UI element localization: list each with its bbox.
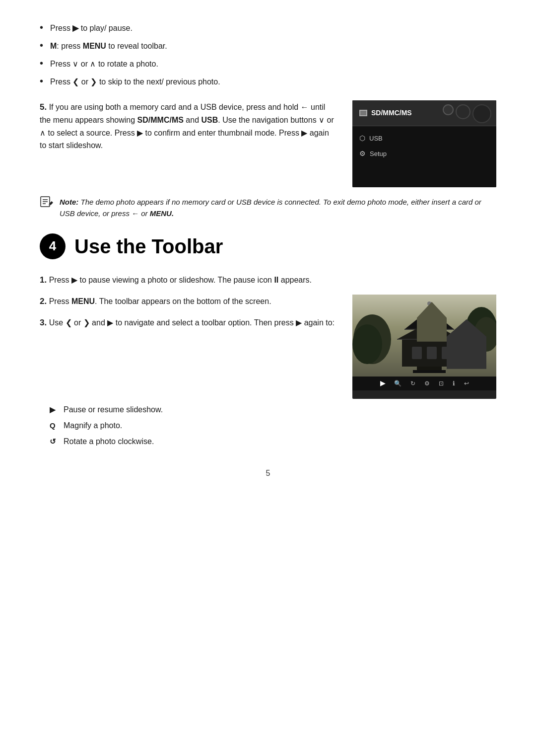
magnify-icon: Q [50, 420, 64, 432]
photo-toolbar: ▶ 🔍 ↻ ⚙ ⊡ ℹ ↩ [352, 377, 496, 390]
svg-rect-18 [442, 347, 452, 359]
page-number-value: 5 [266, 469, 270, 477]
sub-bullet-magnify: Q Magnify a photo. [50, 420, 496, 432]
note-block: Note: The demo photo appears if no memor… [40, 196, 496, 220]
svg-rect-16 [412, 347, 422, 359]
setup-icon: ⚙ [359, 149, 366, 159]
bullet-menu: M: press MENU to reveal toolbar. [40, 38, 496, 53]
sub-bullet-pause-text: Pause or resume slideshow. [64, 404, 163, 416]
menu-item-setup: ⚙ Setup [359, 149, 489, 159]
sub-bullet-rotate: ↺ Rotate a photo clockwise. [50, 436, 496, 448]
step5-text: 5. If you are using both a memory card a… [40, 100, 337, 187]
page-number: 5 [40, 467, 496, 479]
top-bullet-list: Press ▶ to play/ pause. M: press MENU to… [40, 20, 496, 88]
sub-bullet-pause: ▶ Pause or resume slideshow. [50, 404, 496, 416]
svg-rect-17 [427, 347, 437, 359]
note-icon [40, 194, 55, 216]
step2-text: Press MENU. The toolbar appears on the b… [49, 297, 271, 305]
tb-slideshow-icon: ⊡ [439, 379, 444, 388]
step3-text: Use ❮ or ❯ and ▶ to navigate and select … [49, 318, 335, 327]
tb-setup-icon: ⚙ [424, 379, 430, 388]
step1-block: 1. Press ▶ to pause viewing a photo or s… [40, 273, 496, 287]
svg-rect-20 [413, 370, 446, 373]
bullet-rotate: Press ∨ or ∧ to rotate a photo. [40, 56, 496, 71]
step3-number: 3. [40, 318, 47, 327]
step5-content: If you are using both a memory card and … [40, 103, 334, 150]
step5-menu-screenshot: SD/MMC/MS ⬡ USB ⚙ Setup [352, 100, 496, 187]
section4-heading: 4 Use the Toolbar [40, 233, 496, 259]
note-text: Note: The demo photo appears if no memor… [60, 196, 496, 220]
menu-items-list: ⬡ USB ⚙ Setup [352, 126, 496, 171]
tb-info-icon: ℹ [453, 379, 455, 388]
bullet-play: Press ▶ to play/ pause. [40, 20, 496, 35]
step23-text: 2. Press MENU. The toolbar appears on th… [40, 295, 337, 337]
tb-rotate-icon: ↻ [410, 379, 415, 388]
temple-photo: ▶ 🔍 ↻ ⚙ ⊡ ℹ ↩ [352, 295, 496, 399]
tb-play-icon: ▶ [380, 378, 385, 388]
section4-circle: 4 [40, 233, 66, 259]
step23-block: 2. Press MENU. The toolbar appears on th… [40, 295, 496, 399]
section4-number: 4 [49, 236, 56, 256]
step5-block: 5. If you are using both a memory card a… [40, 100, 496, 187]
play-icon: ▶ [50, 404, 64, 416]
menu-screen: SD/MMC/MS ⬡ USB ⚙ Setup [352, 100, 496, 187]
step5-number: 5. [40, 102, 47, 112]
step1-text: Press ▶ to pause viewing a photo or slid… [49, 276, 312, 284]
photo-mock [352, 295, 496, 377]
step3-block: 3. Use ❮ or ❯ and ▶ to navigate and sele… [40, 316, 337, 329]
sub-bullet-rotate-text: Rotate a photo clockwise. [64, 436, 154, 448]
svg-rect-19 [417, 367, 442, 371]
menu-circles [443, 104, 491, 123]
step2-number: 2. [40, 297, 47, 306]
tb-magnify-icon: 🔍 [394, 379, 402, 388]
step2-block: 2. Press MENU. The toolbar appears on th… [40, 295, 337, 308]
usb-icon: ⬡ [359, 133, 365, 144]
step1-number: 1. [40, 275, 47, 285]
setup-label: Setup [370, 149, 387, 159]
bullet-skip: Press ❮ or ❯ to skip to the next/ previo… [40, 74, 496, 88]
rotate-icon: ↺ [50, 436, 64, 448]
sd-mmc-ms-label: SD/MMC/MS [371, 108, 412, 118]
menu-item-usb: ⬡ USB [359, 133, 489, 144]
menu-top-bar: SD/MMC/MS [352, 100, 496, 126]
usb-label: USB [369, 134, 383, 144]
tb-back-icon: ↩ [464, 379, 469, 388]
svg-point-15 [427, 302, 431, 305]
section4-title: Use the Toolbar [74, 235, 223, 257]
svg-point-6 [352, 324, 382, 364]
sub-bullet-magnify-text: Magnify a photo. [64, 420, 122, 432]
sub-bullets-list: ▶ Pause or resume slideshow. Q Magnify a… [50, 404, 496, 448]
